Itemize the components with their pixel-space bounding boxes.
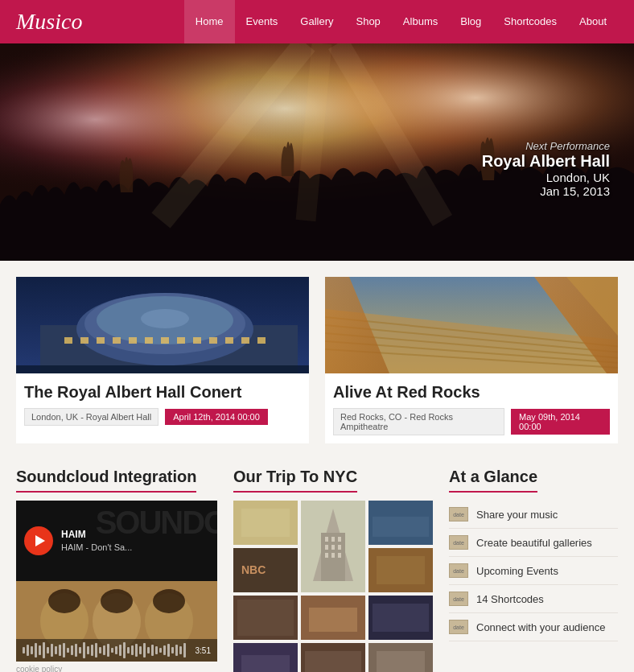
svg-rect-26 (257, 337, 266, 344)
gallery-item[interactable]: NBC (233, 548, 298, 592)
site-logo[interactable]: Musico (16, 9, 184, 35)
waveform-bar (31, 646, 33, 654)
waveform-bar (171, 647, 174, 653)
svg-rect-71 (305, 651, 361, 672)
glance-icon-1 (449, 535, 468, 550)
waveform-bar (175, 645, 178, 656)
track-time: 3:51 (196, 646, 211, 655)
waveform-bar (119, 645, 121, 656)
waveform-bar (115, 646, 117, 654)
svg-rect-24 (225, 337, 233, 344)
glance-icon-3 (449, 592, 468, 606)
event-image-redrocks (325, 277, 618, 373)
svg-rect-19 (145, 337, 153, 344)
soundcloud-image: 3:51 (16, 581, 217, 662)
gallery-item[interactable] (233, 643, 298, 672)
waveform-bar (71, 645, 73, 655)
waveform-bar (131, 645, 134, 655)
nav-item-home[interactable]: Home (184, 0, 235, 43)
waveform-bar (79, 647, 81, 653)
svg-rect-53 (325, 553, 328, 558)
nav-item-about[interactable]: About (568, 0, 618, 43)
svg-rect-50 (325, 545, 328, 550)
waveform-bar (143, 643, 146, 658)
bottom-row: Soundcloud Integration HAIM HAIM - Don't… (16, 468, 618, 672)
waveform-bar (163, 645, 166, 655)
svg-rect-14 (64, 337, 72, 344)
navigation: Musico Home Events Gallery Shop Albums B… (0, 0, 634, 43)
gallery-title: Our Trip To NYC (233, 468, 357, 493)
gallery-item[interactable] (368, 596, 433, 640)
svg-rect-65 (309, 608, 357, 632)
waveform-bar (179, 646, 182, 654)
waveform-bar (139, 646, 142, 654)
glance-text-3: 14 Shortcodes (476, 593, 544, 605)
event-card-redrocks[interactable]: Alive At Red Rocks Red Rocks, CO - Red R… (325, 277, 618, 443)
waveform-bar (87, 646, 89, 654)
cookie-notice[interactable]: cookie policy (16, 665, 217, 672)
event-location-royal: London, UK - Royal Albert Hall (24, 408, 158, 426)
svg-point-39 (48, 589, 80, 613)
soundcloud-section: Soundcloud Integration HAIM HAIM - Don't… (16, 468, 217, 672)
nav-item-gallery[interactable]: Gallery (289, 0, 344, 43)
svg-rect-23 (209, 337, 217, 344)
soundcloud-player[interactable]: HAIM HAIM - Don't Sa... SOUNDC (16, 501, 217, 581)
event-meta-redrocks: Red Rocks, CO - Red Rocks Ampitheatre Ma… (325, 408, 618, 435)
event-date-redrocks: May 09th, 2014 00:00 (511, 409, 610, 435)
nav-item-blog[interactable]: Blog (449, 0, 492, 43)
waveform-bar (67, 648, 69, 653)
nav-item-events[interactable]: Events (235, 0, 290, 43)
event-image-royal (16, 277, 309, 373)
waveform-bar (51, 644, 53, 657)
play-button[interactable] (24, 526, 53, 555)
hero-date: Jan 15, 2013 (482, 184, 610, 198)
event-card-royal[interactable]: The Royal Albert Hall Conert London, UK … (16, 277, 309, 443)
gallery-section: Our Trip To NYC (233, 468, 433, 672)
nav-item-albums[interactable]: Albums (392, 0, 449, 43)
gallery-item[interactable] (301, 643, 365, 672)
glance-item-0: Share your music (449, 501, 618, 529)
waveform-bar (135, 644, 138, 657)
gallery-item[interactable] (233, 501, 298, 545)
hero-overlay: Next Performance Royal Albert Hall Londo… (482, 140, 610, 198)
nav-item-shortcodes[interactable]: Shortcodes (492, 0, 568, 43)
event-location-redrocks: Red Rocks, CO - Red Rocks Ampitheatre (333, 408, 504, 435)
nav-item-shop[interactable]: Shop (344, 0, 391, 43)
waveform-bar (107, 644, 109, 657)
glance-text-1: Create beautiful galleries (476, 537, 592, 549)
glance-item-2: Upcoming Events (449, 557, 618, 585)
waveform-bar (111, 648, 113, 653)
svg-rect-57 (373, 517, 429, 537)
waveform-bar (23, 647, 25, 653)
waveform-bar (103, 645, 105, 655)
gallery-item[interactable] (368, 548, 433, 592)
glance-item-3: 14 Shortcodes (449, 585, 618, 613)
svg-text:NBC: NBC (241, 563, 266, 576)
svg-rect-27 (16, 365, 309, 373)
gallery-item[interactable] (368, 501, 433, 545)
svg-rect-16 (97, 337, 105, 344)
svg-rect-52 (338, 545, 341, 550)
events-row: The Royal Albert Hall Conert London, UK … (16, 277, 618, 443)
waveform-bar (159, 648, 162, 653)
waveform-bar (183, 643, 186, 658)
svg-rect-20 (161, 337, 169, 344)
hero-venue: Royal Albert Hall (482, 152, 610, 171)
gallery-grid: NBC (233, 501, 433, 672)
svg-rect-15 (80, 337, 89, 344)
waveform-bar (59, 645, 61, 656)
svg-rect-67 (373, 604, 429, 632)
gallery-item[interactable] (301, 501, 365, 592)
glance-icon-4 (449, 620, 468, 634)
svg-rect-47 (325, 537, 328, 542)
waveform-bar (35, 643, 37, 658)
svg-point-13 (141, 309, 189, 328)
gallery-item[interactable] (233, 596, 298, 640)
track-name: HAIM - Don't Sa... (61, 542, 132, 554)
next-performance-label: Next Performance (482, 140, 610, 152)
svg-point-41 (153, 589, 185, 613)
glance-text-4: Connect with your audience (476, 621, 605, 633)
gallery-item[interactable] (368, 643, 433, 672)
svg-rect-55 (338, 553, 341, 558)
gallery-item[interactable] (301, 596, 365, 640)
